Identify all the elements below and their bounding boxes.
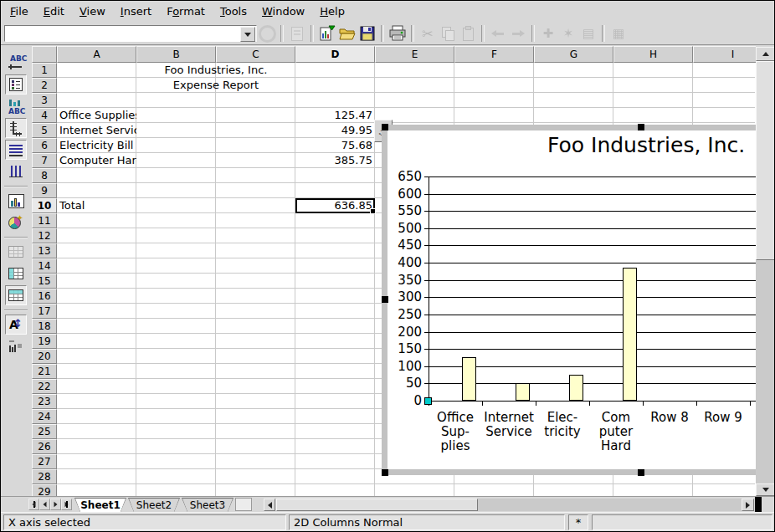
horizontal-grid-icon[interactable] (5, 140, 27, 160)
cell-a5[interactable]: Internet Service (57, 123, 136, 138)
chart-bar[interactable] (569, 375, 583, 401)
scroll-up-button[interactable] (756, 47, 775, 61)
url-combobox[interactable] (4, 25, 257, 42)
cell-a6[interactable]: Electricity Bill (57, 138, 136, 153)
cell-b1[interactable]: Foo Industries, Inc. (136, 63, 295, 78)
open-icon[interactable] (338, 24, 357, 43)
object-resize-handle[interactable] (382, 124, 388, 130)
cell-d4[interactable]: 125.47 (295, 108, 375, 123)
sheet-tab-sheet2[interactable]: Sheet2 (128, 498, 180, 512)
scale-text-icon[interactable]: A↕ (5, 315, 27, 335)
menu-file[interactable]: File (3, 2, 36, 22)
cell-d7[interactable]: 385.75 (295, 153, 375, 168)
x-axis-selection-handle[interactable] (424, 397, 432, 405)
save-icon[interactable] (358, 24, 377, 43)
row-header-22[interactable]: 22 (32, 379, 57, 394)
titles-on-off-icon[interactable]: ABC (5, 53, 27, 73)
hscroll-track[interactable] (478, 499, 742, 511)
vertical-scrollbar[interactable] (756, 47, 775, 496)
row-header-8[interactable]: 8 (32, 168, 57, 183)
row-header-3[interactable]: 3 (32, 93, 57, 108)
row-header-27[interactable]: 27 (32, 454, 57, 469)
row-header-5[interactable]: 5 (32, 123, 57, 138)
hscroll-thumb[interactable] (276, 499, 478, 511)
column-header-f[interactable]: F (454, 46, 534, 63)
auto-layout-icon[interactable] (5, 336, 27, 356)
row-header-18[interactable]: 18 (32, 319, 57, 334)
column-header-g[interactable]: G (534, 46, 613, 63)
column-header-d[interactable]: D (295, 46, 375, 63)
row-header-20[interactable]: 20 (32, 349, 57, 364)
cell-a10[interactable]: Total (57, 198, 136, 213)
row-header-17[interactable]: 17 (32, 304, 57, 319)
print-icon[interactable] (388, 24, 407, 43)
row-header-11[interactable]: 11 (32, 213, 57, 228)
chart-bar[interactable] (516, 383, 530, 401)
data-in-rows-icon[interactable] (5, 263, 27, 284)
object-resize-handle[interactable] (638, 469, 644, 476)
menu-help[interactable]: Help (312, 2, 352, 22)
row-header-28[interactable]: 28 (32, 469, 57, 484)
row-header-1[interactable]: 1 (32, 63, 57, 78)
row-header-25[interactable]: 25 (32, 424, 57, 439)
cell-d6[interactable]: 75.68 (295, 138, 375, 153)
vscroll-thumb[interactable] (756, 61, 775, 260)
scroll-down-button[interactable] (756, 483, 775, 496)
chart-bar[interactable] (623, 268, 637, 401)
row-header-29[interactable]: 29 (32, 484, 57, 496)
menu-format[interactable]: Format (159, 2, 213, 22)
cell-a7[interactable]: Computer Hardware (57, 153, 136, 168)
hscroll-right-button[interactable] (742, 499, 754, 511)
axes-titles-on-off-icon[interactable]: ABC (5, 96, 27, 116)
chart-object[interactable]: Foo Industries, Inc.65060055050045040035… (382, 125, 775, 475)
column-header-h[interactable]: H (613, 46, 693, 63)
select-all-corner[interactable] (32, 46, 57, 63)
row-header-24[interactable]: 24 (32, 409, 57, 424)
legend-on-off-icon[interactable] (5, 74, 27, 95)
object-resize-handle[interactable] (638, 124, 644, 130)
autoformat-chart-icon[interactable]: ✦ (5, 212, 27, 233)
combo-dropdown-button[interactable] (240, 27, 255, 42)
object-resize-handle[interactable] (382, 469, 388, 476)
hscroll-left-button[interactable] (264, 499, 275, 511)
column-header-a[interactable]: A (57, 46, 136, 63)
column-header-b[interactable]: B (136, 46, 216, 63)
new-document-icon[interactable] (318, 24, 336, 43)
sheet-tab-sheet1[interactable]: Sheet1 (74, 498, 126, 512)
chart-type-icon[interactable] (5, 191, 27, 211)
object-resize-handle[interactable] (382, 296, 388, 303)
chart-title[interactable]: Foo Industries, Inc. (547, 133, 745, 157)
next-sheet-button[interactable] (50, 499, 61, 510)
row-header-6[interactable]: 6 (32, 138, 57, 153)
url-input[interactable] (6, 27, 244, 42)
menu-window[interactable]: Window (254, 2, 312, 22)
vertical-grid-icon[interactable] (5, 161, 27, 182)
first-sheet-button[interactable] (28, 499, 39, 510)
column-header-e[interactable]: E (375, 46, 454, 63)
axes-descriptions-icon[interactable] (5, 118, 27, 138)
row-header-13[interactable]: 13 (32, 243, 57, 258)
cell-cursor[interactable] (295, 198, 375, 213)
row-header-9[interactable]: 9 (32, 183, 57, 198)
row-header-15[interactable]: 15 (32, 274, 57, 289)
cell-d5[interactable]: 49.95 (295, 123, 375, 138)
cell-a4[interactable]: Office Supplies (57, 108, 136, 123)
cell-b2[interactable]: Expense Report (136, 78, 295, 93)
column-header-i[interactable]: I (693, 46, 756, 63)
row-header-4[interactable]: 4 (32, 108, 57, 123)
row-header-7[interactable]: 7 (32, 153, 57, 168)
row-header-16[interactable]: 16 (32, 289, 57, 304)
row-header-23[interactable]: 23 (32, 394, 57, 409)
chart-canvas[interactable]: Foo Industries, Inc.65060055050045040035… (388, 130, 775, 469)
column-header-c[interactable]: C (216, 46, 295, 63)
menu-edit[interactable]: Edit (36, 2, 72, 22)
row-header-2[interactable]: 2 (32, 78, 57, 93)
row-header-10[interactable]: 10 (32, 198, 57, 213)
row-header-14[interactable]: 14 (32, 258, 57, 274)
menu-tools[interactable]: Tools (213, 2, 254, 22)
menu-view[interactable]: View (72, 2, 113, 22)
last-sheet-button[interactable] (61, 499, 72, 510)
row-header-26[interactable]: 26 (32, 439, 57, 454)
data-in-columns-icon[interactable] (5, 285, 27, 305)
sheet-tab-sheet3[interactable]: Sheet3 (182, 498, 234, 512)
